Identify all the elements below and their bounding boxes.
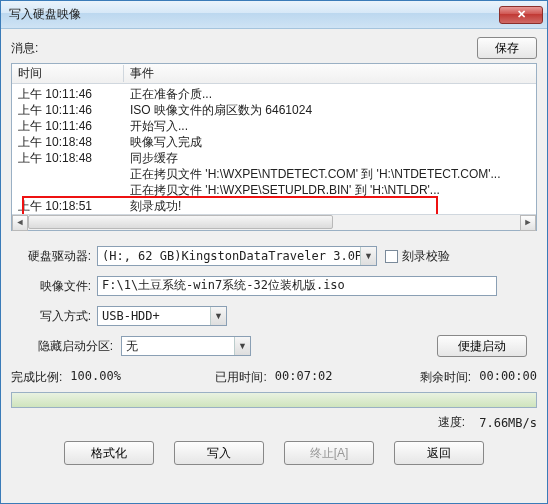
- log-scrollbar[interactable]: ◄ ►: [12, 214, 536, 230]
- log-row: 正在拷贝文件 'H:\WXPE\NTDETECT.COM' 到 'H:\NTDE…: [12, 166, 536, 182]
- log-row: 上午 10:18:48同步缓存: [12, 150, 536, 166]
- message-label: 消息:: [11, 40, 477, 57]
- hidden-boot-label: 隐藏启动分区:: [11, 338, 121, 355]
- log-body: 上午 10:11:46正在准备介质... 上午 10:11:46ISO 映像文件…: [12, 84, 536, 214]
- write-button[interactable]: 写入: [174, 441, 264, 465]
- progress-fill: [12, 393, 536, 407]
- chevron-down-icon[interactable]: ▼: [234, 337, 250, 355]
- log-row: 上午 10:11:46ISO 映像文件的扇区数为 6461024: [12, 102, 536, 118]
- chevron-down-icon[interactable]: ▼: [360, 247, 376, 265]
- chevron-down-icon[interactable]: ▼: [210, 307, 226, 325]
- close-icon: ✕: [517, 7, 526, 21]
- convenient-boot-button[interactable]: 便捷启动: [437, 335, 527, 357]
- write-mode-select[interactable]: USB-HDD+ ▼: [97, 306, 227, 326]
- scroll-track[interactable]: [28, 215, 520, 231]
- verify-label: 刻录校验: [402, 248, 450, 265]
- scroll-left-icon[interactable]: ◄: [12, 215, 28, 231]
- log-row-success: 上午 10:18:51刻录成功!: [12, 198, 536, 214]
- speed-label: 速度:: [438, 414, 465, 431]
- drive-value: (H:, 62 GB)KingstonDataTraveler 3.0PMAP: [98, 249, 360, 263]
- speed-value: 7.66MB/s: [479, 416, 537, 430]
- back-button[interactable]: 返回: [394, 441, 484, 465]
- ratio-label: 完成比例:: [11, 369, 62, 386]
- remain-value: 00:00:00: [479, 369, 537, 386]
- window-title: 写入硬盘映像: [9, 6, 499, 23]
- remain-label: 剩余时间:: [420, 369, 471, 386]
- save-button[interactable]: 保存: [477, 37, 537, 59]
- elapsed-value: 00:07:02: [275, 369, 333, 386]
- hidden-value: 无: [122, 338, 234, 355]
- log-header-event[interactable]: 事件: [124, 65, 536, 82]
- ratio-value: 100.00%: [70, 369, 121, 386]
- drive-label: 硬盘驱动器:: [11, 248, 97, 265]
- log-panel: 时间 事件 上午 10:11:46正在准备介质... 上午 10:11:46IS…: [11, 63, 537, 231]
- image-path-input[interactable]: F:\1\土豆系统-win7系统-32位装机版.iso: [97, 276, 497, 296]
- scroll-thumb[interactable]: [28, 215, 333, 229]
- elapsed-label: 已用时间:: [215, 369, 266, 386]
- mode-label: 写入方式:: [11, 308, 97, 325]
- hidden-boot-select[interactable]: 无 ▼: [121, 336, 251, 356]
- log-row: 上午 10:11:46开始写入...: [12, 118, 536, 134]
- log-row: 上午 10:11:46正在准备介质...: [12, 86, 536, 102]
- format-button[interactable]: 格式化: [64, 441, 154, 465]
- log-header-time[interactable]: 时间: [12, 65, 124, 82]
- progress-bar: [11, 392, 537, 408]
- close-button[interactable]: ✕: [499, 6, 543, 24]
- verify-checkbox[interactable]: [385, 250, 398, 263]
- scroll-right-icon[interactable]: ►: [520, 215, 536, 231]
- mode-value: USB-HDD+: [98, 309, 210, 323]
- abort-button: 终止[A]: [284, 441, 374, 465]
- image-label: 映像文件:: [11, 278, 97, 295]
- log-row: 正在拷贝文件 'H:\WXPE\SETUPLDR.BIN' 到 'H:\NTLD…: [12, 182, 536, 198]
- drive-select[interactable]: (H:, 62 GB)KingstonDataTraveler 3.0PMAP …: [97, 246, 377, 266]
- log-row: 上午 10:18:48映像写入完成: [12, 134, 536, 150]
